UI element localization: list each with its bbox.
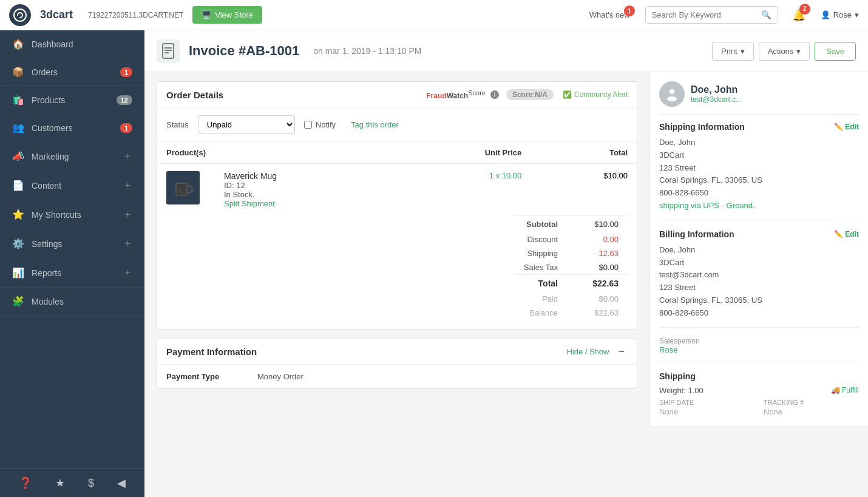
settings-expand[interactable]: ＋ bbox=[123, 237, 132, 250]
content-expand[interactable]: ＋ bbox=[123, 179, 132, 192]
orders-icon: 📦 bbox=[12, 66, 24, 78]
totals-table: Subtotal $10.00 Discount 0.00 Shipping 1… bbox=[515, 215, 628, 320]
fraud-watch-section: FraudWatchScore i Score: N/A bbox=[426, 89, 554, 100]
order-details-header: Order Details FraudWatchScore i Score: N… bbox=[157, 82, 637, 108]
shipping-value: 12.63 bbox=[567, 246, 628, 260]
invoice-left-column: Order Details FraudWatchScore i Score: N… bbox=[144, 72, 649, 425]
table-row: ✓ Maverick Mug ID: 12 In Stock. Split Sh… bbox=[157, 164, 637, 216]
payment-body: Payment Type Money Order bbox=[157, 365, 637, 388]
shipping-label: Shipping bbox=[515, 246, 567, 260]
help-icon[interactable]: ❓ bbox=[19, 476, 32, 490]
sidebar-item-dashboard[interactable]: 🏠 Dashboard bbox=[0, 30, 144, 58]
products-icon: 🛍️ bbox=[12, 94, 24, 106]
customers-icon: 👥 bbox=[12, 122, 24, 134]
sidebar-item-content[interactable]: 📄 Content ＋ bbox=[0, 171, 144, 200]
save-button[interactable]: Save bbox=[815, 42, 856, 61]
shortcuts-icon: ⭐ bbox=[12, 209, 24, 220]
tracking-col: Tracking # None bbox=[764, 399, 859, 416]
shipping-line-2: 3DCart bbox=[659, 149, 859, 162]
orders-badge: 1 bbox=[120, 67, 132, 77]
whats-new[interactable]: What's new 1 bbox=[589, 10, 630, 19]
modules-icon: 🧩 bbox=[12, 296, 24, 307]
favorites-icon[interactable]: ★ bbox=[55, 476, 65, 490]
subtotal-value: $10.00 bbox=[567, 216, 628, 233]
invoice-doc-icon bbox=[157, 39, 180, 63]
split-shipment-link[interactable]: Split Shipment bbox=[224, 199, 384, 208]
col-unit-price: Unit Price bbox=[393, 142, 531, 164]
shipping-section: Shipping Weight: 1.00 🚚 Fulfill Ship Dat… bbox=[659, 371, 859, 416]
customer-email[interactable]: test@3dcart.c... bbox=[691, 95, 742, 104]
community-alert: ✅ Community Alert bbox=[563, 90, 628, 99]
billing-edit-link[interactable]: ✏️ Edit bbox=[834, 230, 859, 238]
sidebar: 🏠 Dashboard 📦 Orders 1 🛍️ Products 12 👥 … bbox=[0, 30, 144, 497]
collapse-payment-icon[interactable]: − bbox=[615, 345, 628, 358]
actions-button[interactable]: Actions ▾ bbox=[759, 42, 810, 61]
ship-date-col: Ship Date None bbox=[659, 399, 754, 416]
shortcuts-expand[interactable]: ＋ bbox=[123, 208, 132, 221]
notify-checkbox[interactable] bbox=[304, 121, 312, 129]
sidebar-item-label: My Shortcuts bbox=[32, 210, 115, 220]
sidebar-item-orders[interactable]: 📦 Orders 1 bbox=[0, 58, 144, 86]
billing-info-title: Billing Information ✏️ Edit bbox=[659, 229, 859, 239]
ship-date-label: Ship Date bbox=[659, 399, 754, 406]
total-value: $22.63 bbox=[567, 275, 628, 292]
discount-value: 0.00 bbox=[567, 232, 628, 246]
sidebar-item-label: Dashboard bbox=[32, 39, 132, 49]
salesperson-label: Salesperson bbox=[659, 337, 859, 345]
sidebar-item-modules[interactable]: 🧩 Modules bbox=[0, 288, 144, 316]
score-badge: Score: N/A bbox=[506, 89, 554, 100]
shipping-row: Shipping 12.63 bbox=[515, 246, 628, 260]
hide-show-link[interactable]: Hide / Show bbox=[566, 347, 609, 356]
shipping-line-4: Coral Springs, FL, 33065, US bbox=[659, 174, 859, 187]
sales-tax-label: Sales Tax bbox=[515, 260, 567, 275]
status-select[interactable]: Unpaid Paid Processing Shipped Cancelled bbox=[198, 115, 295, 134]
shipping-section-title: Shipping bbox=[659, 371, 859, 381]
whats-new-badge: 1 bbox=[624, 5, 635, 16]
sidebar-item-label: Products bbox=[32, 95, 109, 105]
marketing-expand[interactable]: ＋ bbox=[123, 150, 132, 163]
logo-icon bbox=[9, 4, 31, 26]
view-store-button[interactable]: 🖥️ View Store bbox=[192, 6, 262, 24]
payment-type-row: Payment Type Money Order bbox=[166, 372, 628, 381]
sidebar-item-label: Modules bbox=[32, 297, 132, 306]
tag-order-link[interactable]: Tag this order bbox=[351, 120, 399, 129]
user-menu[interactable]: 👤 Rose ▾ bbox=[821, 10, 859, 19]
fulfill-button[interactable]: 🚚 Fulfill bbox=[831, 386, 859, 394]
invoice-right-column: Doe, John test@3dcart.c... Shipping Info… bbox=[649, 72, 868, 425]
balance-label: Balance bbox=[515, 306, 567, 320]
sidebar-item-reports[interactable]: 📊 Reports ＋ bbox=[0, 259, 144, 288]
notif-badge: 2 bbox=[799, 4, 810, 15]
sidebar-item-marketing[interactable]: 📣 Marketing ＋ bbox=[0, 142, 144, 171]
print-button[interactable]: Print ▾ bbox=[712, 42, 754, 61]
product-id: ID: 12 bbox=[224, 181, 384, 190]
sidebar-item-settings[interactable]: ⚙️ Settings ＋ bbox=[0, 229, 144, 259]
balance-row: Balance $22.63 bbox=[515, 306, 628, 320]
customers-badge: 1 bbox=[120, 123, 132, 133]
invoice-body: Order Details FraudWatchScore i Score: N… bbox=[144, 72, 868, 425]
billing-icon[interactable]: $ bbox=[88, 477, 94, 490]
search-bar: 🔍 bbox=[645, 6, 778, 24]
svg-text:✓: ✓ bbox=[178, 188, 181, 192]
chevron-down-icon: ▾ bbox=[855, 10, 859, 19]
product-total: $10.00 bbox=[531, 164, 637, 216]
brand-label: 3dcart bbox=[40, 8, 73, 21]
notifications-icon[interactable]: 🔔 2 bbox=[792, 8, 805, 22]
total-label: Total bbox=[515, 275, 567, 292]
subtotal-label: Subtotal bbox=[515, 216, 567, 233]
settings-icon: ⚙️ bbox=[12, 238, 24, 249]
reports-expand[interactable]: ＋ bbox=[123, 266, 132, 279]
sidebar-item-my-shortcuts[interactable]: ⭐ My Shortcuts ＋ bbox=[0, 200, 144, 229]
search-input[interactable] bbox=[646, 7, 755, 23]
content-icon: 📄 bbox=[12, 180, 24, 191]
sidebar-item-label: Content bbox=[32, 181, 115, 191]
shipping-edit-link[interactable]: ✏️ Edit bbox=[834, 123, 859, 131]
search-button[interactable]: 🔍 bbox=[755, 7, 778, 23]
product-image: ✓ bbox=[166, 171, 200, 205]
invoice-date: on mar 1, 2019 - 1:13:10 PM bbox=[313, 46, 421, 56]
sidebar-item-products[interactable]: 🛍️ Products 12 bbox=[0, 86, 144, 114]
shipping-line-1: Doe, John bbox=[659, 137, 859, 149]
user-icon: 👤 bbox=[821, 10, 830, 19]
svg-point-10 bbox=[667, 96, 677, 101]
sidebar-item-customers[interactable]: 👥 Customers 1 bbox=[0, 114, 144, 142]
collapse-sidebar-icon[interactable]: ◀ bbox=[117, 476, 126, 490]
